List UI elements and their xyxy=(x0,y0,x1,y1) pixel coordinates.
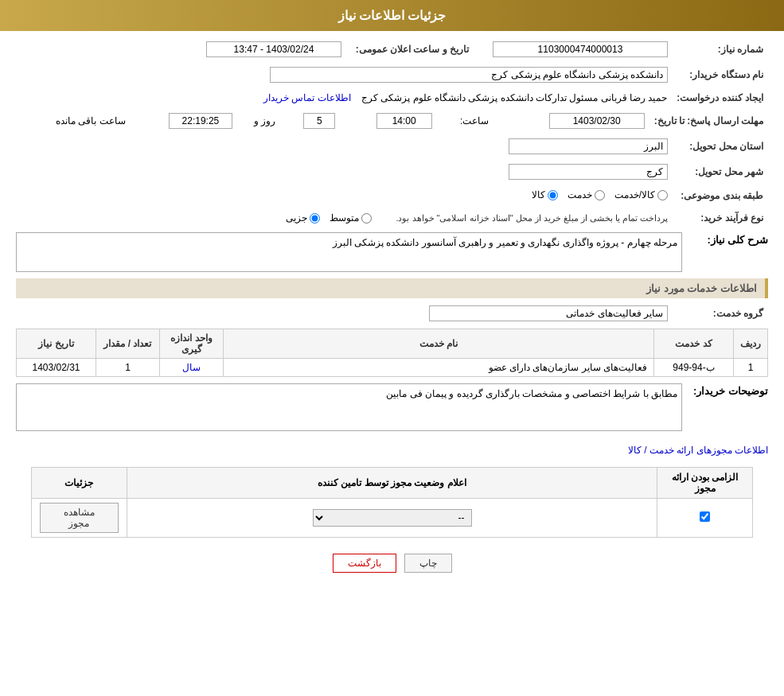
col-service-code: کد خدمت xyxy=(654,329,734,359)
cell-unit: سال xyxy=(160,359,224,377)
response-time-label: ساعت: xyxy=(437,111,494,131)
cell-row-num: 1 xyxy=(734,359,768,377)
category-label-goods: کالا xyxy=(532,189,545,200)
need-description-label: شرح کلی نیاز: xyxy=(688,234,768,246)
response-time-input[interactable] xyxy=(376,113,432,129)
category-radio-goods-service[interactable] xyxy=(657,190,668,200)
print-button[interactable]: چاپ xyxy=(404,554,452,573)
permits-mandatory-checkbox[interactable] xyxy=(700,511,710,522)
need-number-input[interactable] xyxy=(493,41,668,57)
category-label-goods-service: کالا/خدمت xyxy=(614,189,655,200)
permits-col-status: اعلام وضعیت مجوز توسط تامین کننده xyxy=(127,468,657,499)
purchase-radio-medium[interactable] xyxy=(361,213,372,224)
permits-mandatory-cell xyxy=(657,499,753,538)
cell-date: 1403/02/31 xyxy=(17,359,96,377)
bottom-buttons: چاپ بازگشت xyxy=(16,544,768,589)
table-row: -- مشاهده مجوز xyxy=(31,499,752,538)
permits-col-details: جزئیات xyxy=(31,468,127,499)
permits-details-cell: مشاهده مجوز xyxy=(31,499,127,538)
buyer-description-label: توضیحات خریدار: xyxy=(688,385,768,397)
col-date: تاریخ نیاز xyxy=(17,329,96,359)
announce-date-label: تاریخ و ساعت اعلان عمومی: xyxy=(346,39,474,60)
response-hour-label: ساعت باقی مانده xyxy=(16,111,129,131)
need-number-label: شماره نیاز: xyxy=(673,39,768,60)
category-option-goods-service[interactable]: کالا/خدمت xyxy=(614,189,668,200)
response-day-label: روز و xyxy=(237,111,279,131)
view-permit-button[interactable]: مشاهده مجوز xyxy=(40,503,119,533)
page-title: جزئیات اطلاعات نیاز xyxy=(338,9,447,22)
purchase-type-label: نوع فرآیند خرید: xyxy=(673,210,768,227)
buyer-name-input[interactable] xyxy=(270,67,668,83)
purchase-radio-minor[interactable] xyxy=(310,213,320,224)
purchase-type-radio-group: پرداخت تمام یا بخشی از مبلغ خرید از محل … xyxy=(286,212,668,224)
purchase-option-minor[interactable]: جزیی xyxy=(286,212,320,224)
category-radio-group: کالا/خدمت خدمت کالا xyxy=(532,189,668,200)
purchase-label-minor: جزیی xyxy=(286,212,307,224)
permits-link[interactable]: اطلاعات مجوزهای ارائه خدمت / کالا xyxy=(628,445,768,456)
back-button[interactable]: بازگشت xyxy=(333,554,396,573)
buyer-name-label: نام دستگاه خریدار: xyxy=(673,64,768,85)
city-input[interactable] xyxy=(509,164,668,180)
col-unit: واحد اندازه گیری xyxy=(160,329,224,359)
response-date-input[interactable] xyxy=(549,113,645,129)
buyer-description-textarea[interactable] xyxy=(16,383,682,431)
page-header: جزئیات اطلاعات نیاز xyxy=(0,0,784,31)
table-row: 1 ب-94-949 فعالیت‌های سایر سازمان‌های دا… xyxy=(17,359,768,377)
col-service-name: نام خدمت xyxy=(224,329,654,359)
response-remaining-input[interactable] xyxy=(169,113,232,129)
cell-service-code: ب-94-949 xyxy=(654,359,734,377)
category-radio-goods[interactable] xyxy=(548,190,558,200)
category-option-goods[interactable]: کالا xyxy=(532,189,558,200)
permits-status-select[interactable]: -- xyxy=(313,509,472,527)
purchase-note: پرداخت تمام یا بخشی از مبلغ خرید از محل … xyxy=(396,213,668,224)
services-table: ردیف کد خدمت نام خدمت واحد اندازه گیری ت… xyxy=(16,329,768,377)
category-radio-service[interactable] xyxy=(595,190,605,200)
permits-table: الزامی بودن ارائه مجوز اعلام وضعیت مجوز … xyxy=(31,467,753,538)
creator-value: حمید رضا قربانی مسئول تدارکات دانشکده پز… xyxy=(361,92,667,103)
cell-count: 1 xyxy=(96,359,160,377)
city-label: شهر محل تحویل: xyxy=(673,161,768,182)
creator-label: ایجاد کننده درخواست: xyxy=(672,90,768,106)
services-section-title: اطلاعات خدمات مورد نیاز xyxy=(16,278,768,298)
announce-date-input[interactable] xyxy=(206,41,341,57)
response-deadline-label: مهلت ارسال پاسخ: تا تاریخ: xyxy=(649,111,768,131)
purchase-option-medium[interactable]: متوسط xyxy=(330,212,372,224)
category-label-service: خدمت xyxy=(568,189,592,200)
permits-status-cell: -- xyxy=(127,499,657,538)
response-day-value xyxy=(279,111,340,131)
category-option-service[interactable]: خدمت xyxy=(568,189,605,200)
province-label: استان محل تحویل: xyxy=(673,136,768,157)
province-input[interactable] xyxy=(509,138,668,154)
service-group-label: گروه خدمت: xyxy=(673,303,768,324)
response-day-input[interactable] xyxy=(303,113,335,129)
need-description-value: مرحله چهارم - پروژه واگذاری نگهداری و تع… xyxy=(333,237,677,248)
cell-service-name: فعالیت‌های سایر سازمان‌های دارای عضو xyxy=(224,359,654,377)
need-description-box: مرحله چهارم - پروژه واگذاری نگهداری و تع… xyxy=(16,232,682,272)
permits-col-mandatory: الزامی بودن ارائه مجوز xyxy=(657,468,753,499)
service-group-input[interactable] xyxy=(429,305,668,321)
category-label: طبقه بندی موضوعی: xyxy=(673,187,768,205)
col-row-num: ردیف xyxy=(734,329,768,359)
contact-link[interactable]: اطلاعات تماس خریدار xyxy=(263,92,351,103)
col-count: تعداد / مقدار xyxy=(96,329,160,359)
purchase-label-medium: متوسط xyxy=(330,212,359,224)
